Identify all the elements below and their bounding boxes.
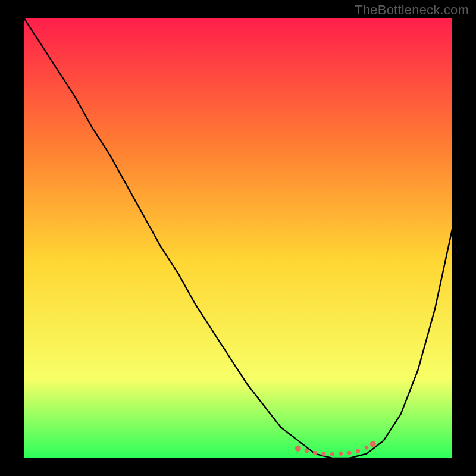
optimal-dot: [365, 446, 369, 450]
chart-frame: TheBottleneck.com: [0, 0, 476, 476]
optimal-dot: [305, 449, 309, 453]
optimal-dot: [347, 451, 352, 455]
optimal-dot: [356, 449, 360, 453]
optimal-dot: [322, 452, 326, 456]
plot-area: [24, 18, 452, 458]
optimal-dot: [295, 446, 301, 452]
gradient-background: [24, 18, 452, 458]
optimal-dot: [339, 452, 343, 456]
chart-svg: [24, 18, 452, 458]
watermark-text: TheBottleneck.com: [355, 2, 469, 18]
optimal-dot: [313, 451, 317, 455]
optimal-dot: [330, 452, 334, 456]
optimal-dot: [370, 441, 376, 447]
